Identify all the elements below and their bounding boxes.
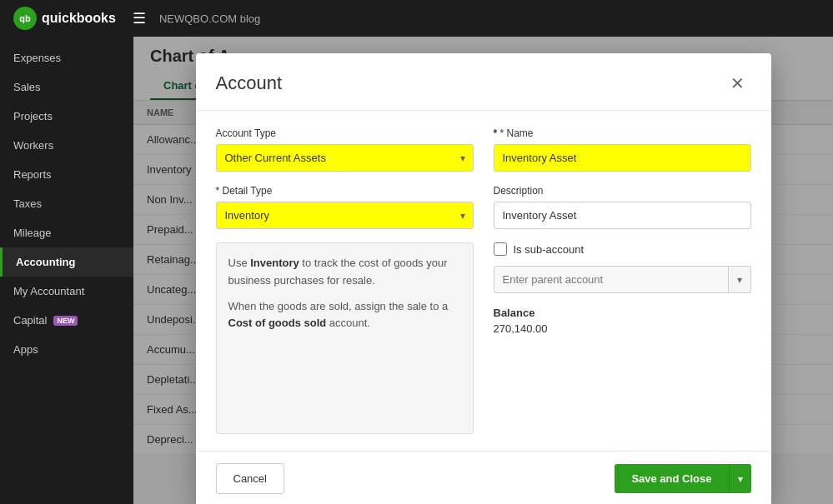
parent-account-dropdown-button[interactable]: ▾ xyxy=(729,266,751,293)
sidebar-item-apps[interactable]: Apps xyxy=(0,335,133,364)
detail-type-group: * Detail Type Inventory Other Current As… xyxy=(216,185,474,229)
name-group: * * Name xyxy=(494,127,751,172)
dialog-footer: Cancel Save and Close ▾ xyxy=(196,451,771,504)
taxes-label: Taxes xyxy=(13,197,42,210)
qb-logo-text: quickbooks xyxy=(42,11,116,26)
description-label: Description xyxy=(494,185,751,197)
main-content: Chart of A Chart of A NAME Allowanc... I… xyxy=(133,37,833,504)
dialog-right-column: * * Name Description Is sub-account xyxy=(494,127,751,434)
dialog-header: Account ✕ xyxy=(196,53,771,111)
sidebar-item-sales[interactable]: Sales xyxy=(0,72,133,102)
cancel-button[interactable]: Cancel xyxy=(216,463,284,494)
sub-account-row: Is sub-account xyxy=(494,242,751,256)
sidebar-item-capital[interactable]: Capital NEW xyxy=(0,306,133,335)
name-input[interactable] xyxy=(494,144,751,172)
detail-type-label: * Detail Type xyxy=(216,185,474,197)
accounting-label: Accounting xyxy=(16,256,76,268)
detail-type-select[interactable]: Inventory Other Current Assets xyxy=(216,202,474,229)
sidebar-item-accounting[interactable]: Accounting xyxy=(0,247,133,277)
app-body: Expenses Sales Projects Workers Reports … xyxy=(0,37,833,504)
name-label: * * Name xyxy=(494,127,751,139)
parent-account-group: ▾ xyxy=(494,266,751,293)
sidebar-item-taxes[interactable]: Taxes xyxy=(0,189,133,218)
sidebar-item-projects[interactable]: Projects xyxy=(0,102,133,131)
sidebar-item-mileage[interactable]: Mileage xyxy=(0,218,133,247)
dialog-left-column: Account Type Other Current Assets Bank A… xyxy=(216,127,474,434)
sidebar-item-workers[interactable]: Workers xyxy=(0,131,133,160)
save-and-close-button[interactable]: Save and Close xyxy=(615,464,728,493)
balance-section: Balance 270,140.00 xyxy=(494,307,751,335)
detail-type-select-wrapper: Inventory Other Current Assets ▾ xyxy=(216,202,474,229)
parent-account-input[interactable] xyxy=(494,266,729,293)
capital-label: Capital xyxy=(13,314,47,327)
projects-label: Projects xyxy=(13,110,53,122)
apps-label: Apps xyxy=(13,343,38,356)
account-type-label: Account Type xyxy=(216,127,474,139)
close-dialog-button[interactable]: ✕ xyxy=(725,70,751,97)
my-accountant-label: My Accountant xyxy=(13,285,84,297)
workers-label: Workers xyxy=(13,139,53,152)
account-dialog: Account ✕ Account Type Other Current Ass… xyxy=(196,53,771,504)
balance-value: 270,140.00 xyxy=(494,322,751,335)
description-group: Description xyxy=(494,185,751,229)
save-button-group: Save and Close ▾ xyxy=(615,464,750,493)
sales-label: Sales xyxy=(13,81,41,93)
mileage-label: Mileage xyxy=(13,227,52,239)
sidebar-item-my-accountant[interactable]: My Accountant xyxy=(0,277,133,306)
top-navigation: qb quickbooks ☰ NEWQBO.COM blog xyxy=(0,0,833,37)
dialog-body: Account Type Other Current Assets Bank A… xyxy=(196,111,771,451)
account-type-select-wrapper: Other Current Assets Bank Accounts Recei… xyxy=(216,144,474,172)
svg-text:qb: qb xyxy=(19,13,31,23)
site-name: NEWQBO.COM blog xyxy=(159,12,260,25)
balance-label: Balance xyxy=(494,307,751,319)
dialog-overlay: Account ✕ Account Type Other Current Ass… xyxy=(133,37,833,504)
description-input[interactable] xyxy=(494,202,751,229)
capital-new-badge: NEW xyxy=(53,316,78,326)
sidebar: Expenses Sales Projects Workers Reports … xyxy=(0,37,133,504)
sidebar-item-reports[interactable]: Reports xyxy=(0,160,133,189)
parent-account-row: ▾ xyxy=(494,266,751,293)
is-sub-account-checkbox[interactable] xyxy=(494,242,507,256)
detail-type-info-box: Use Inventory to track the cost of goods… xyxy=(216,242,474,434)
is-sub-account-label: Is sub-account xyxy=(514,243,585,256)
expenses-label: Expenses xyxy=(13,52,61,64)
dialog-title: Account xyxy=(216,72,283,94)
account-type-select[interactable]: Other Current Assets Bank Accounts Recei… xyxy=(216,144,474,172)
sidebar-item-expenses[interactable]: Expenses xyxy=(0,43,133,72)
save-dropdown-button[interactable]: ▾ xyxy=(729,464,751,493)
qb-logo-icon: qb xyxy=(13,7,37,30)
account-type-group: Account Type Other Current Assets Bank A… xyxy=(216,127,474,172)
quickbooks-logo[interactable]: qb quickbooks xyxy=(13,7,116,30)
reports-label: Reports xyxy=(13,168,52,181)
hamburger-menu-icon[interactable]: ☰ xyxy=(133,9,146,27)
